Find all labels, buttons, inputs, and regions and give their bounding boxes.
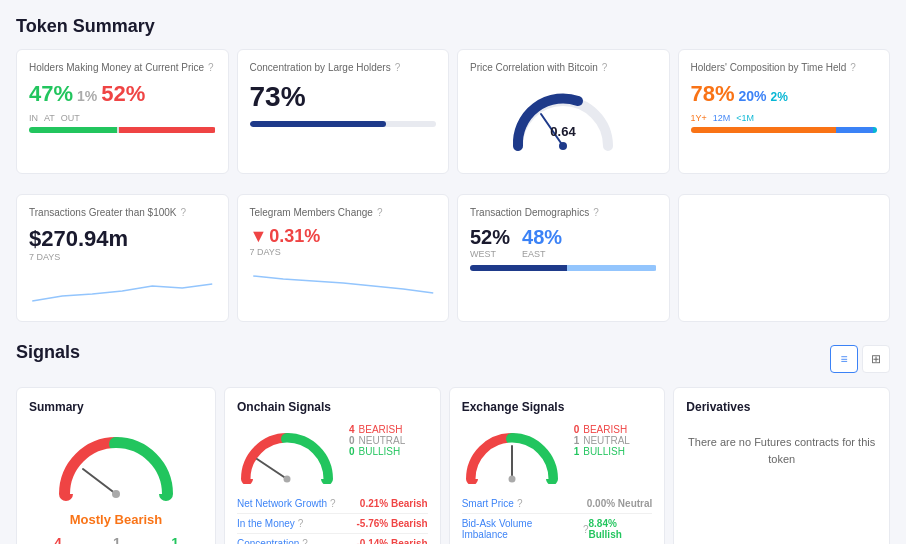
- list-view-button[interactable]: ≡: [830, 345, 858, 373]
- transactions-help-icon[interactable]: ?: [181, 207, 187, 218]
- exchange-rows: Smart Price ? 0.00% Neutral Bid-Ask Volu…: [462, 494, 653, 544]
- composition-bar: [691, 127, 878, 133]
- svg-line-5: [257, 459, 287, 479]
- comp-orange: [691, 127, 836, 133]
- signal-row-itm: In the Money ? -5.76% Bearish: [237, 514, 428, 534]
- concentration-bar: [250, 121, 437, 127]
- onchain-legend: 4BEARISH 0NEUTRAL 0BULLISH: [349, 424, 405, 457]
- holders-out-pct: 52%: [101, 81, 145, 107]
- holders-help-icon[interactable]: ?: [208, 62, 214, 73]
- empty-card: [678, 194, 891, 322]
- demographics-help-icon[interactable]: ?: [593, 207, 599, 218]
- onchain-title: Onchain Signals: [237, 400, 428, 414]
- holders-labels: IN AT OUT: [29, 113, 216, 123]
- correlation-card-title: Price Correlation with Bitcoin ?: [470, 62, 657, 73]
- derivatives-card: Derivatives There are no Futures contrac…: [673, 387, 890, 544]
- derivatives-title: Derivatives: [686, 400, 877, 414]
- composition-labels: 1Y+ 12M <1M: [691, 113, 878, 123]
- svg-text:0.64: 0.64: [551, 124, 577, 139]
- bearish-count: 4 BEARISH: [38, 535, 78, 544]
- onchain-card: Onchain Signals 4BEARISH 0NEUTRAL 0BULLI…: [224, 387, 441, 544]
- exchange-content: 0BEARISH 1NEUTRAL 1BULLISH: [462, 424, 653, 484]
- holders-stats: 47% 1% 52%: [29, 81, 216, 107]
- onchain-gauge: [237, 424, 337, 484]
- holders-card: Holders Making Money at Current Price ? …: [16, 49, 229, 174]
- summary-gauge: [29, 424, 203, 504]
- signal-row-conc: Concentration ? -0.14% Bearish: [237, 534, 428, 544]
- exchange-legend: 0BEARISH 1NEUTRAL 1BULLISH: [574, 424, 630, 457]
- telegram-help-icon[interactable]: ?: [377, 207, 383, 218]
- signal-row-nng: Net Network Growth ? 0.21% Bearish: [237, 494, 428, 514]
- bavi-label[interactable]: Bid-Ask Volume Imbalance ?: [462, 518, 589, 540]
- transactions-title: Transactions Greater than $100K ?: [29, 207, 216, 218]
- progress-red: [119, 127, 216, 133]
- bullish-count: 1 BULLISH: [156, 535, 194, 544]
- sp-value: 0.00% Neutral: [587, 498, 653, 509]
- nng-value: 0.21% Bearish: [360, 498, 428, 509]
- composition-y12: 20%: [739, 88, 767, 104]
- grid-view-button[interactable]: ⊞: [862, 345, 890, 373]
- summary-card: Summary Mostly Bearish 4: [16, 387, 216, 544]
- holders-card-title: Holders Making Money at Current Price ?: [29, 62, 216, 73]
- token-summary-grid: Holders Making Money at Current Price ? …: [16, 49, 890, 174]
- svg-point-1: [559, 142, 567, 150]
- concentration-help-icon[interactable]: ?: [395, 62, 401, 73]
- signals-grid: Summary Mostly Bearish 4: [16, 387, 890, 544]
- exchange-card: Exchange Signals 0BEARISH 1NEUTRAL 1BULL…: [449, 387, 666, 544]
- composition-card: Holders' Composition by Time Held ? 78% …: [678, 49, 891, 174]
- correlation-gauge: 0.64: [503, 86, 623, 156]
- conc-value: -0.14% Bearish: [357, 538, 428, 544]
- correlation-gauge-container: 0.64: [470, 81, 657, 161]
- transactions-value: $270.94m: [29, 226, 216, 252]
- composition-card-title: Holders' Composition by Time Held ?: [691, 62, 878, 73]
- signals-header: Signals ≡ ⊞: [16, 342, 890, 375]
- progress-green: [29, 127, 117, 133]
- composition-y1: 78%: [691, 81, 735, 107]
- svg-line-3: [83, 469, 116, 494]
- view-toggle: ≡ ⊞: [830, 345, 890, 373]
- demo-dark: [470, 265, 567, 271]
- composition-stats: 78% 20% 2%: [691, 81, 878, 107]
- onchain-rows: Net Network Growth ? 0.21% Bearish In th…: [237, 494, 428, 544]
- conc-label[interactable]: Concentration ?: [237, 538, 308, 544]
- bavi-value: 8.84% Bullish: [588, 518, 652, 540]
- summary-card-title: Summary: [29, 400, 203, 414]
- demographics-title: Transaction Demographics ?: [470, 207, 657, 218]
- itm-value: -5.76% Bearish: [357, 518, 428, 529]
- transactions-days: 7 DAYS: [29, 252, 216, 262]
- signal-row-bavi: Bid-Ask Volume Imbalance ? 8.84% Bullish: [462, 514, 653, 544]
- telegram-arrow: ▼: [250, 226, 268, 247]
- concentration-card: Concentration by Large Holders ? 73%: [237, 49, 450, 174]
- comp-teal: [873, 127, 877, 133]
- composition-help-icon[interactable]: ?: [850, 62, 856, 73]
- composition-m1: 2%: [771, 90, 788, 104]
- summary-gauge-svg: [51, 424, 181, 504]
- exchange-title: Exchange Signals: [462, 400, 653, 414]
- demo-light: [567, 265, 657, 271]
- onchain-content: 4BEARISH 0NEUTRAL 0BULLISH: [237, 424, 428, 484]
- correlation-help-icon[interactable]: ?: [602, 62, 608, 73]
- concentration-card-title: Concentration by Large Holders ?: [250, 62, 437, 73]
- telegram-value: ▼ 0.31%: [250, 226, 437, 247]
- telegram-days: 7 DAYS: [250, 247, 437, 257]
- demographics-bar: [470, 265, 657, 271]
- demo-east: 48% EAST: [522, 226, 562, 259]
- holders-at-pct: 1%: [77, 88, 97, 104]
- neutral-count: 1 NEUTRAL: [96, 535, 138, 544]
- mostly-bearish-label: Mostly Bearish: [29, 512, 203, 527]
- derivatives-message: There are no Futures contracts for this …: [686, 434, 877, 467]
- holders-in-pct: 47%: [29, 81, 73, 107]
- signal-counts: 4 BEARISH 1 NEUTRAL 1 BULLISH: [29, 535, 203, 544]
- demographics-card: Transaction Demographics ? 52% WEST 48% …: [457, 194, 670, 322]
- nng-label[interactable]: Net Network Growth ?: [237, 498, 336, 509]
- transactions-chart: [29, 266, 216, 306]
- token-row2: Transactions Greater than $100K ? $270.9…: [16, 194, 890, 322]
- svg-point-8: [508, 476, 515, 483]
- comp-blue: [836, 127, 873, 133]
- demo-west: 52% WEST: [470, 226, 510, 259]
- token-summary-title: Token Summary: [16, 16, 890, 37]
- telegram-card: Telegram Members Change ? ▼ 0.31% 7 DAYS: [237, 194, 450, 322]
- sp-label[interactable]: Smart Price ?: [462, 498, 523, 509]
- itm-label[interactable]: In the Money ?: [237, 518, 303, 529]
- telegram-chart: [250, 261, 437, 301]
